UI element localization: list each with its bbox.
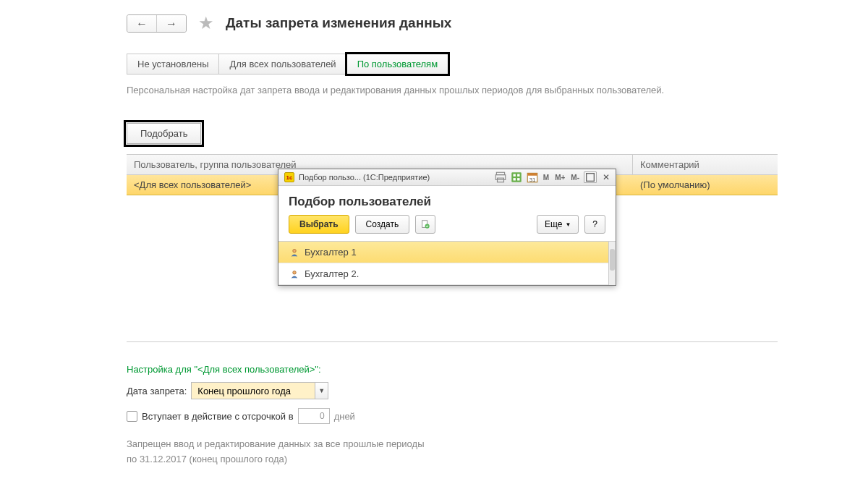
svg-point-14 (293, 249, 297, 252)
scrollbar[interactable] (608, 242, 616, 285)
m-plus-button[interactable]: M+ (553, 174, 566, 182)
nav-back-forward: ← → (127, 14, 187, 33)
svg-rect-3 (511, 172, 522, 182)
delay-unit-label: дней (334, 411, 355, 422)
list-item-label: Бухгалтер 2. (305, 268, 359, 279)
m-minus-button[interactable]: M- (569, 174, 581, 182)
create-button[interactable]: Создать (355, 215, 410, 234)
list-item-label: Бухгалтер 1 (305, 247, 357, 258)
pick-button[interactable]: Подобрать (127, 123, 201, 144)
calc-green-icon[interactable] (510, 171, 523, 183)
refresh-icon[interactable] (415, 215, 435, 234)
minimize-icon[interactable] (584, 171, 597, 183)
user-icon (290, 248, 299, 257)
svg-rect-7 (517, 178, 519, 180)
date-lock-label: Дата запрета: (127, 386, 187, 396)
calendar-icon[interactable]: 31 (526, 171, 539, 183)
chevron-down-icon[interactable]: ▼ (315, 383, 328, 399)
favorite-star-icon[interactable]: ★ (198, 13, 214, 33)
grid-cell-comment: (По умолчанию) (633, 175, 778, 195)
grid-col-comment[interactable]: Комментарий (633, 155, 778, 174)
svg-text:31: 31 (529, 177, 535, 183)
print-icon[interactable] (494, 171, 507, 183)
page-title: Даты запрета изменения данных (226, 15, 451, 31)
choose-button[interactable]: Выбрать (289, 215, 349, 234)
delay-label: Вступает в действие с отсрочкой в (142, 411, 294, 422)
tab-not-set[interactable]: Не установлены (127, 54, 219, 74)
tab-description: Персональная настройка дат запрета ввода… (127, 85, 868, 95)
svg-rect-9 (527, 173, 537, 175)
delay-days-input[interactable] (298, 408, 330, 424)
date-lock-input[interactable] (192, 383, 315, 399)
user-list: Бухгалтер 1 Бухгалтер 2. (278, 241, 616, 285)
app-logo-icon: 1c (284, 172, 294, 182)
settings-heading: Настройка для "<Для всех пользователей>"… (127, 364, 868, 375)
svg-point-15 (293, 271, 297, 274)
svg-rect-11 (587, 174, 595, 182)
user-picker-dialog: 1c Подбор пользо... (1С:Предприятие) 31 … (278, 169, 616, 286)
m-button[interactable]: M (542, 174, 550, 182)
help-button[interactable]: ? (584, 215, 605, 234)
tab-by-users[interactable]: По пользователям (347, 54, 448, 74)
dialog-titlebar-text: Подбор пользо... (1С:Предприятие) (299, 173, 430, 182)
nav-forward-button[interactable]: → (156, 15, 186, 32)
svg-rect-6 (513, 178, 515, 180)
date-lock-combo[interactable]: ▼ (191, 382, 328, 399)
more-button[interactable]: Еще▼ (537, 215, 579, 234)
summary-text: Запрещен ввод и редактирование данных за… (127, 437, 868, 467)
close-icon[interactable]: ✕ (600, 171, 613, 183)
tabs: Не установлены Для всех пользователей По… (127, 54, 448, 75)
delay-checkbox[interactable] (127, 411, 137, 422)
list-item[interactable]: Бухгалтер 1 (278, 242, 616, 263)
svg-rect-5 (517, 174, 519, 177)
list-item[interactable]: Бухгалтер 2. (278, 263, 616, 285)
user-icon (290, 270, 299, 279)
tab-all-users[interactable]: Для всех пользователей (219, 54, 346, 74)
svg-rect-4 (513, 174, 515, 177)
nav-back-button[interactable]: ← (127, 15, 156, 32)
dialog-title: Подбор пользователей (278, 186, 616, 215)
